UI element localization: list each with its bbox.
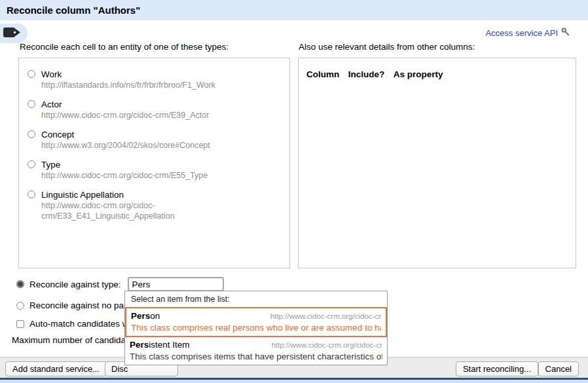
- suggest-item-person[interactable]: Person http://www.cidoc-crm.org/cidoc-cr…: [125, 307, 387, 337]
- type-search-input[interactable]: [128, 277, 224, 291]
- type-label: Linguistic Appellation: [41, 189, 184, 200]
- suggest-item-title-row: Person http://www.cidoc-crm.org/cidoc-cr: [131, 311, 381, 321]
- start-reconciling-button[interactable]: Start reconciling...: [456, 361, 538, 376]
- suggest-item-name: Persistent Item: [130, 340, 190, 350]
- radio-icon[interactable]: [28, 191, 35, 198]
- type-label: Concept: [41, 129, 210, 140]
- dialog-titlebar: Reconcile column "Authors": [0, 0, 588, 20]
- radio-reconcile-no-type[interactable]: [16, 302, 24, 310]
- column-header-include: Include?: [348, 69, 385, 79]
- type-option-concept[interactable]: Concept http://www.w3.org/2004/02/skos/c…: [28, 129, 289, 151]
- suggest-item-persistent-item[interactable]: Persistent Item http://www.cidoc-crm.org…: [125, 337, 387, 365]
- type-label: Work: [41, 69, 215, 80]
- suggest-item-url: http://www.cidoc-crm.org/cidoc-cr: [272, 341, 382, 349]
- type-url: http://www.cidoc-crm.org/cidoc-crm/E39_A…: [41, 110, 209, 120]
- other-columns-panel: Column Include? As property: [298, 58, 576, 268]
- radio-icon[interactable]: [28, 100, 35, 108]
- other-columns-header-row: Column Include? As property: [299, 58, 576, 80]
- tab-standard-reconciliation[interactable]: [0, 24, 28, 43]
- type-option-actor[interactable]: Actor http://www.cidoc-crm.org/cidoc-crm…: [28, 99, 289, 120]
- radio-reconcile-against-type[interactable]: [16, 280, 24, 288]
- access-service-api-label: Access service API: [485, 28, 558, 38]
- radio-icon[interactable]: [28, 160, 35, 168]
- add-standard-service-button[interactable]: Add standard service...: [5, 361, 107, 376]
- reconcile-against-type-row: Reconcile against type:: [16, 277, 224, 291]
- type-option-type[interactable]: Type http://www.cidoc-crm.org/cidoc-crm/…: [28, 159, 289, 181]
- type-option-linguistic-appellation[interactable]: Linguistic Appellation http://www.cidoc-…: [28, 189, 289, 221]
- suggest-item-description: This class comprises items that have per…: [130, 352, 382, 361]
- type-label: Type: [41, 159, 208, 170]
- type-url: http://www.w3.org/2004/02/skos/core#Conc…: [41, 140, 210, 151]
- type-list-panel: Work http://iflastandards.info/ns/fr/frb…: [18, 58, 290, 268]
- access-service-api-link[interactable]: Access service API: [485, 27, 570, 38]
- left-panel-heading: Reconcile each cell to an entity of one …: [20, 42, 229, 52]
- suggest-item-description: This class comprises real persons who li…: [131, 323, 381, 333]
- column-header-as-property: As property: [394, 69, 443, 79]
- radio-icon[interactable]: [28, 130, 35, 138]
- suggest-item-url: http://www.cidoc-crm.org/cidoc-cr: [270, 312, 381, 320]
- type-url: http://iflastandards.info/ns/fr/frbr/frb…: [41, 80, 215, 90]
- suggest-item-title-row: Persistent Item http://www.cidoc-crm.org…: [130, 340, 382, 350]
- right-panel-heading: Also use relevant details from other col…: [299, 42, 475, 52]
- reconcile-type-label: Reconcile against type:: [29, 280, 121, 289]
- page-background-strip: [0, 380, 588, 383]
- type-suggest-dropdown: Select an item from the list: Person htt…: [124, 291, 388, 365]
- automatch-checkbox[interactable]: [16, 320, 24, 328]
- type-url: http://www.cidoc-crm.org/cidoc-crm/E33_E…: [41, 200, 184, 221]
- column-header-column: Column: [306, 69, 339, 79]
- suggest-item-name: Person: [131, 311, 160, 321]
- suggest-dropdown-header: Select an item from the list:: [125, 291, 387, 307]
- type-url: http://www.cidoc-crm.org/cidoc-crm/E55_T…: [41, 170, 208, 181]
- cancel-button[interactable]: Cancel: [538, 361, 579, 376]
- dialog-title: Reconcile column "Authors": [0, 0, 588, 16]
- type-label: Actor: [41, 99, 209, 110]
- type-option-work[interactable]: Work http://iflastandards.info/ns/fr/frb…: [28, 69, 289, 90]
- reconcile-dialog: Reconcile column "Authors" Access servic…: [0, 0, 588, 383]
- wrench-icon: [561, 27, 570, 38]
- radio-icon[interactable]: [28, 70, 35, 78]
- tag-icon: [3, 27, 21, 41]
